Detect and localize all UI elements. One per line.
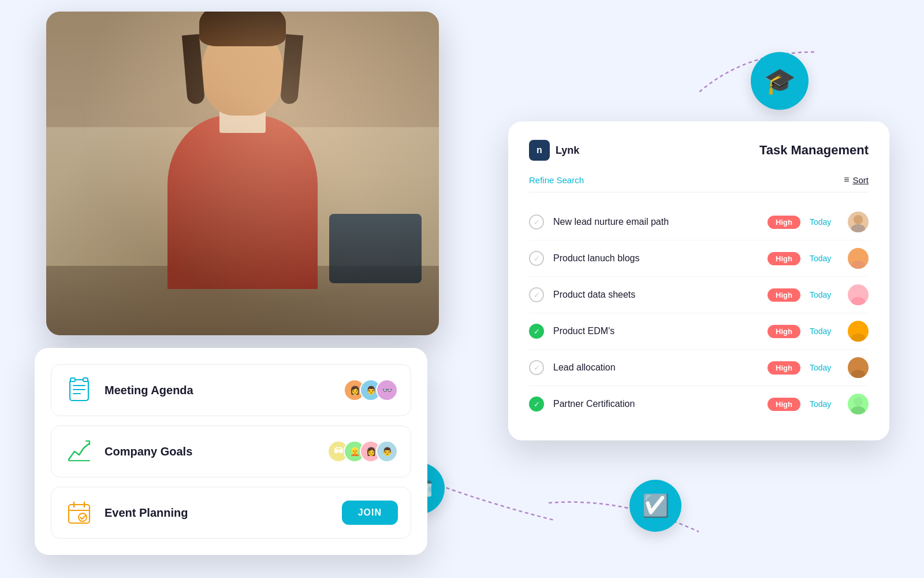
task-checkbox-5[interactable]: ✓ bbox=[529, 360, 544, 375]
join-button[interactable]: JOIN bbox=[342, 501, 398, 525]
due-date-3: Today bbox=[810, 290, 839, 299]
avatar-cg-4: 👨 bbox=[376, 440, 398, 462]
task-name-5: Lead allocation bbox=[553, 362, 758, 373]
meeting-agenda-label: Meeting Agenda bbox=[105, 384, 333, 397]
task-toolbar: Refine Search ≡ Sort bbox=[529, 175, 869, 192]
assignee-avatar-5 bbox=[848, 357, 869, 378]
task-name-2: Product lanuch blogs bbox=[553, 253, 758, 264]
svg-rect-5 bbox=[83, 378, 88, 381]
svg-point-18 bbox=[854, 324, 863, 334]
task-checkbox-2[interactable]: ✓ bbox=[529, 251, 544, 266]
dotted-curve-top bbox=[653, 46, 837, 116]
photo-card bbox=[46, 12, 439, 335]
svg-point-16 bbox=[854, 288, 863, 297]
task-name-6: Partner Certification bbox=[553, 399, 758, 409]
svg-point-21 bbox=[851, 370, 865, 378]
task-checkbox-3[interactable]: ✓ bbox=[529, 287, 544, 302]
task-name-1: New lead nurture email path bbox=[553, 217, 758, 227]
due-date-4: Today bbox=[810, 327, 839, 336]
due-date-2: Today bbox=[810, 254, 839, 263]
refine-search-button[interactable]: Refine Search bbox=[529, 175, 584, 185]
company-goals-icon bbox=[64, 436, 94, 466]
sort-button[interactable]: ≡ Sort bbox=[844, 175, 869, 185]
left-panel: Meeting Agenda 👩 👨 👓 Company Goals 🕶 👱 👩… bbox=[35, 348, 427, 555]
priority-badge-1: High bbox=[767, 216, 800, 229]
svg-point-19 bbox=[851, 334, 865, 342]
priority-badge-2: High bbox=[767, 252, 800, 265]
task-row[interactable]: ✓ Partner Certification High Today bbox=[529, 386, 869, 422]
company-goals-avatars: 🕶 👱 👩 👨 bbox=[327, 440, 398, 462]
priority-badge-4: High bbox=[767, 325, 800, 338]
check-task-circle: ☑️ bbox=[629, 480, 681, 532]
task-row[interactable]: ✓ Product lanuch blogs High Today bbox=[529, 240, 869, 277]
assignee-avatar-6 bbox=[848, 394, 869, 414]
priority-badge-5: High bbox=[767, 361, 800, 375]
task-row[interactable]: ✓ Lead allocation High Today bbox=[529, 350, 869, 386]
priority-badge-6: High bbox=[767, 398, 800, 411]
company-goals-label: Company Goals bbox=[105, 445, 317, 458]
task-management-title: Task Management bbox=[759, 143, 869, 158]
task-checkbox-1[interactable]: ✓ bbox=[529, 214, 544, 229]
app-logo: n Lynk bbox=[529, 140, 579, 161]
task-panel: n Lynk Task Management Refine Search ≡ S… bbox=[508, 121, 889, 440]
assignee-avatar-3 bbox=[848, 284, 869, 305]
task-name-4: Product EDM's bbox=[553, 326, 758, 336]
task-name-3: Product data sheets bbox=[553, 290, 758, 300]
graduation-circle: 🎓 bbox=[751, 52, 808, 110]
assignee-avatar-2 bbox=[848, 248, 869, 269]
logo-icon: n bbox=[529, 140, 550, 161]
company-goals-item[interactable]: Company Goals 🕶 👱 👩 👨 bbox=[51, 425, 411, 477]
svg-point-20 bbox=[854, 361, 863, 370]
meeting-agenda-icon bbox=[64, 375, 94, 405]
task-row[interactable]: ✓ Product data sheets High Today bbox=[529, 277, 869, 313]
task-checkbox-4[interactable]: ✓ bbox=[529, 324, 544, 339]
priority-badge-3: High bbox=[767, 288, 800, 302]
event-planning-label: Event Planning bbox=[105, 506, 331, 520]
svg-point-22 bbox=[854, 397, 863, 406]
due-date-1: Today bbox=[810, 217, 839, 227]
svg-point-12 bbox=[854, 215, 863, 224]
event-planning-item[interactable]: Event Planning JOIN bbox=[51, 487, 411, 539]
task-row[interactable]: ✓ Product EDM's High Today bbox=[529, 313, 869, 350]
task-panel-header: n Lynk Task Management bbox=[529, 140, 869, 161]
app-name: Lynk bbox=[556, 144, 579, 157]
assignee-avatar-4 bbox=[848, 321, 869, 342]
sort-icon: ≡ bbox=[844, 175, 849, 185]
assignee-avatar-1 bbox=[848, 212, 869, 232]
task-row[interactable]: ✓ New lead nurture email path High Today bbox=[529, 204, 869, 240]
due-date-6: Today bbox=[810, 399, 839, 409]
svg-point-13 bbox=[851, 224, 865, 232]
avatar-3: 👓 bbox=[376, 379, 398, 401]
graduation-icon: 🎓 bbox=[764, 66, 796, 96]
check-task-icon: ☑️ bbox=[642, 493, 669, 518]
svg-point-17 bbox=[851, 297, 865, 305]
svg-rect-4 bbox=[70, 378, 75, 381]
due-date-5: Today bbox=[810, 363, 839, 372]
svg-point-23 bbox=[851, 406, 865, 414]
meeting-agenda-item[interactable]: Meeting Agenda 👩 👨 👓 bbox=[51, 364, 411, 416]
task-checkbox-6[interactable]: ✓ bbox=[529, 397, 544, 412]
event-planning-icon bbox=[64, 498, 94, 528]
svg-point-14 bbox=[854, 251, 863, 261]
task-list: ✓ New lead nurture email path High Today… bbox=[529, 204, 869, 422]
svg-point-15 bbox=[851, 261, 865, 269]
meeting-agenda-avatars: 👩 👨 👓 bbox=[344, 379, 398, 401]
sort-label: Sort bbox=[852, 175, 869, 185]
